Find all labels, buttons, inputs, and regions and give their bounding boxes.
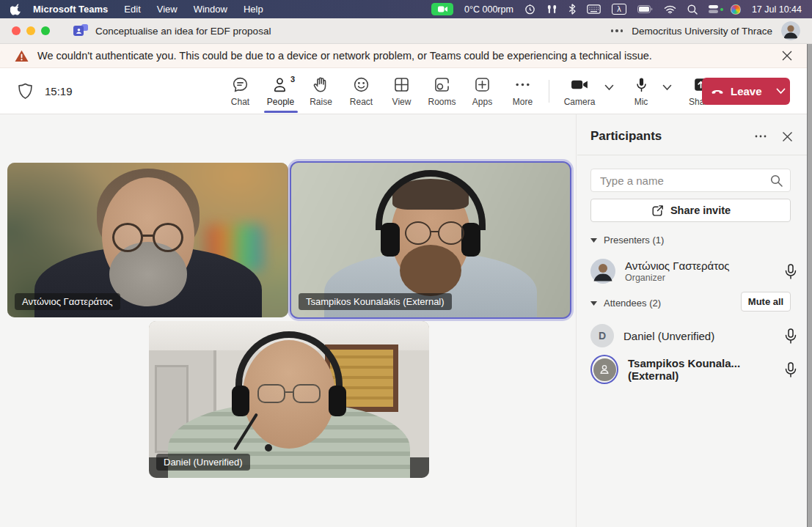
- participants-panel: Participants Share invite: [577, 114, 807, 527]
- titlebar-more-icon[interactable]: [611, 29, 623, 32]
- presenter-role: Organizer: [625, 273, 730, 283]
- attendee-row-tsampikos[interactable]: Tsampikos Kounala... (External): [590, 353, 797, 386]
- active-tab-underline: [264, 111, 298, 113]
- banner-message: We couldn't authenticate you. This could…: [37, 50, 652, 62]
- macos-menu-bar: Microsoft Teams Edit View Window Help 0°…: [0, 0, 812, 18]
- mic-icon: [633, 75, 650, 94]
- view-button[interactable]: View: [381, 68, 422, 114]
- mic-options-chevron-icon[interactable]: [662, 68, 672, 91]
- panel-divider: [577, 155, 807, 155]
- attendee-row-daniel[interactable]: D Daniel (Unverified): [590, 321, 797, 350]
- camera-active-indicator: [431, 3, 453, 15]
- banner-close-icon[interactable]: [782, 51, 792, 61]
- video-tile-tsampikos[interactable]: Tsampikos Kounalakis (External): [291, 163, 570, 317]
- keyboard-icon[interactable]: [587, 4, 601, 14]
- menubar-datetime[interactable]: 17 Jul 10:44: [752, 4, 802, 15]
- leave-button[interactable]: Leave: [702, 78, 790, 105]
- apps-button[interactable]: Apps: [462, 68, 502, 114]
- wifi-icon[interactable]: [664, 5, 676, 14]
- more-button[interactable]: More: [502, 68, 543, 114]
- attendee-initial-avatar: D: [590, 324, 614, 347]
- hangup-phone-icon: [709, 84, 725, 100]
- menu-help[interactable]: Help: [244, 4, 263, 15]
- search-icon[interactable]: [770, 174, 783, 187]
- raise-hand-button[interactable]: Raise: [301, 68, 341, 114]
- auth-warning-banner: We couldn't authenticate you. This could…: [0, 44, 807, 68]
- spotlight-search-icon[interactable]: [687, 4, 698, 15]
- system-stats-icon[interactable]: [709, 4, 720, 14]
- close-window-button[interactable]: [12, 26, 21, 35]
- chat-icon: [231, 75, 249, 94]
- clock-status-icon[interactable]: [524, 4, 535, 15]
- airpods-icon[interactable]: [546, 4, 557, 15]
- react-button[interactable]: React: [341, 68, 381, 114]
- lambda-app-icon[interactable]: λ: [612, 4, 626, 15]
- share-invite-icon: [651, 204, 665, 218]
- attendees-section-header[interactable]: Attendees (2): [590, 298, 661, 309]
- panel-close-icon[interactable]: [776, 125, 798, 147]
- menu-view[interactable]: View: [157, 4, 178, 15]
- camera-options-chevron-icon[interactable]: [604, 68, 614, 91]
- menu-edit[interactable]: Edit: [124, 4, 140, 15]
- bluetooth-icon[interactable]: [568, 4, 576, 15]
- device-buttons: Camera Mic Share: [559, 68, 720, 114]
- presenter-row[interactable]: Αντώνιος Γαστεράτος Organizer: [590, 255, 797, 287]
- tile-name-label: Daniel (Unverified): [156, 454, 250, 471]
- attendee-mic-icon[interactable]: [785, 362, 797, 377]
- rooms-button[interactable]: Rooms: [422, 68, 462, 114]
- window-controls: [12, 26, 50, 35]
- menu-window[interactable]: Window: [194, 4, 227, 15]
- panel-more-icon[interactable]: [750, 125, 772, 147]
- toolbar-buttons: Chat 3 People Raise React View Rooms App…: [220, 68, 543, 114]
- zoom-window-button[interactable]: [41, 26, 50, 35]
- mic-button[interactable]: Mic: [624, 68, 658, 107]
- meeting-toolbar: 15:19 Chat 3 People Raise React View Roo…: [0, 68, 807, 114]
- meeting-window-title: Conceptualise an idea for EDF proposal: [95, 26, 271, 37]
- raise-hand-icon: [312, 75, 330, 94]
- tile-name-label: Αντώνιος Γαστεράτος: [15, 293, 120, 310]
- search-input[interactable]: [591, 174, 770, 187]
- leave-options-chevron-icon[interactable]: [776, 88, 786, 95]
- share-invite-button[interactable]: Share invite: [590, 199, 791, 222]
- video-tile-daniel[interactable]: Daniel (Unverified): [149, 321, 429, 478]
- share-invite-label: Share invite: [670, 204, 731, 216]
- video-tile-antonios[interactable]: Αντώνιος Γαστεράτος: [7, 163, 288, 317]
- menubar-app-name[interactable]: Microsoft Teams: [33, 4, 108, 15]
- people-button[interactable]: 3 People: [260, 68, 301, 114]
- leave-label: Leave: [731, 85, 762, 97]
- presenter-avatar: [590, 259, 615, 284]
- minimize-window-button[interactable]: [26, 26, 35, 35]
- presenter-mic-icon[interactable]: [785, 264, 797, 279]
- attendee-mic-icon[interactable]: [785, 328, 797, 344]
- warning-triangle-icon: [15, 50, 29, 62]
- rooms-icon: [433, 75, 451, 94]
- chat-button[interactable]: Chat: [220, 68, 260, 114]
- camera-button[interactable]: Camera: [559, 68, 600, 107]
- mute-all-button[interactable]: Mute all: [741, 292, 791, 312]
- apps-plus-icon: [473, 75, 491, 94]
- person-silhouette-icon: [593, 358, 616, 381]
- teams-app-icon: [73, 24, 88, 37]
- sensor-readout[interactable]: 0°C 000rpm: [464, 4, 513, 15]
- shield-icon: [18, 83, 33, 100]
- apple-logo-icon[interactable]: [10, 4, 21, 15]
- account-name[interactable]: Democritus University of Thrace: [632, 26, 772, 37]
- meeting-timer: 15:19: [45, 85, 73, 97]
- screen-edge-strip: [807, 18, 812, 527]
- presenters-section-header[interactable]: Presenters (1): [590, 235, 664, 246]
- video-stage: Αντώνιος Γαστεράτος Tsampikos Kounalakis…: [0, 114, 577, 527]
- view-grid-icon: [392, 75, 411, 94]
- battery-icon[interactable]: [637, 5, 653, 13]
- account-avatar[interactable]: [781, 21, 800, 40]
- presenter-name: Αντώνιος Γαστεράτος: [625, 259, 730, 272]
- people-icon: [271, 75, 290, 94]
- more-dots-icon: [513, 75, 532, 94]
- color-wheel-app-icon[interactable]: [731, 4, 741, 15]
- meeting-content: Αντώνιος Γαστεράτος Tsampikos Kounalakis…: [0, 114, 807, 527]
- window-title-bar: Conceptualise an idea for EDF proposal D…: [0, 18, 812, 44]
- toolbar-divider: [549, 80, 549, 103]
- participant-search: [590, 169, 791, 192]
- people-count-badge: 3: [290, 75, 295, 84]
- react-smiley-icon: [352, 75, 370, 94]
- camera-icon: [570, 75, 590, 94]
